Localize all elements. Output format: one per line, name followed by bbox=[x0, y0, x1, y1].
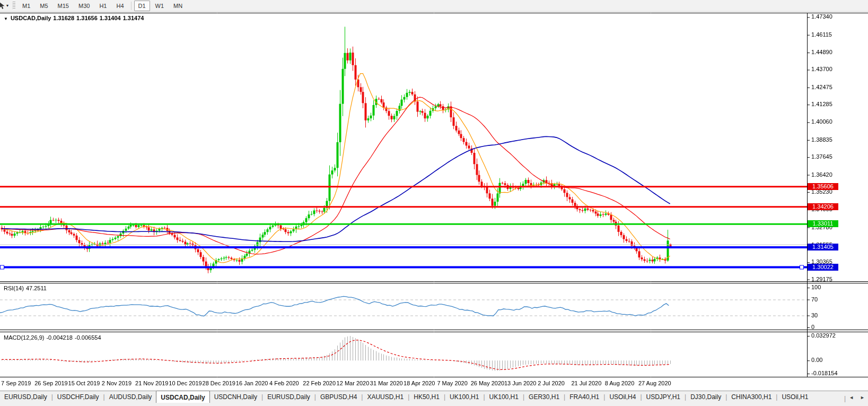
rsi-indicator-label: RSI(14)47.2511 bbox=[4, 285, 49, 291]
price-level-label: 1.34206 bbox=[808, 203, 838, 210]
quote-low: 1.31404 bbox=[100, 15, 121, 21]
date-axis-label: 7 May 2020 bbox=[437, 380, 467, 386]
timeframe-button-h4[interactable]: H4 bbox=[112, 1, 128, 11]
cursor-tool-button[interactable]: ▾ bbox=[0, 0, 11, 11]
date-axis-label: 10 Dec 2019 bbox=[169, 380, 201, 386]
date-axis-label: 31 Mar 2020 bbox=[370, 380, 403, 386]
timeframe-button-d1[interactable]: D1 bbox=[134, 1, 150, 11]
chart-tab-usdcnh-daily[interactable]: USDCNH,Daily bbox=[210, 391, 261, 402]
macd-value: -0.004218 bbox=[46, 334, 73, 341]
date-axis-label: 26 Sep 2019 bbox=[34, 380, 67, 386]
price-axis-tick: 1.42475 bbox=[811, 84, 832, 90]
price-axis-tick: 1.29175 bbox=[811, 276, 832, 282]
chart-tab-audusd-daily[interactable]: AUDUSD,Daily bbox=[105, 391, 156, 402]
date-axis-label: 26 May 2020 bbox=[471, 380, 505, 386]
chart-title: ▼USDCAD,Daily1.316281.316561.314041.3147… bbox=[4, 15, 146, 21]
date-axis-label: 16 Jan 2020 bbox=[236, 380, 268, 386]
price-axis-tick: 1.36420 bbox=[811, 171, 832, 178]
quote-high: 1.31656 bbox=[76, 15, 98, 21]
macd-name: MACD(12,26,9) bbox=[4, 334, 44, 341]
macd-indicator-label: MACD(12,26,9)-0.004218-0.006554 bbox=[4, 334, 103, 341]
toolbar-drag-handle[interactable] bbox=[12, 2, 15, 10]
date-axis-label: 12 Mar 2020 bbox=[337, 380, 370, 386]
price-level-label: 1.35606 bbox=[808, 183, 838, 190]
price-level-label: 1.31405 bbox=[808, 244, 838, 250]
chart-canvas[interactable] bbox=[0, 0, 868, 406]
macd-axis-tick: 0.00 bbox=[811, 357, 822, 363]
chart-tab-bar: EURUSD,Daily|USDCHF,Daily|AUDUSD,DailyUS… bbox=[0, 391, 868, 406]
tab-scroll-left-icon[interactable]: ◄ bbox=[846, 394, 857, 401]
rsi-value: 47.2511 bbox=[26, 285, 47, 291]
date-axis-label: 2 Nov 2019 bbox=[102, 380, 131, 386]
tab-scroll-right-icon[interactable]: ► bbox=[857, 394, 868, 401]
chart-tab-ger30-h1[interactable]: GER30,H1 bbox=[524, 391, 564, 402]
timeframe-button-w1[interactable]: W1 bbox=[151, 1, 169, 11]
chart-tab-dj30-daily[interactable]: DJ30,Daily bbox=[686, 391, 725, 402]
date-axis-label: 7 Sep 2019 bbox=[1, 380, 31, 386]
macd-axis-tick: -0.018154 bbox=[811, 370, 838, 376]
date-axis-label: 4 Feb 2020 bbox=[269, 380, 299, 386]
timeframe-button-m15[interactable]: M15 bbox=[54, 1, 73, 11]
chart-tab-fra40-h1[interactable]: FRA40,H1 bbox=[565, 391, 603, 402]
chart-tab-xauusd-h1[interactable]: XAUUSD,H1 bbox=[363, 391, 408, 402]
macd-axis-tick: 0.032972 bbox=[811, 332, 836, 339]
chart-tab-uk100-h1[interactable]: UK100,H1 bbox=[485, 391, 523, 402]
date-axis-label: 18 Apr 2020 bbox=[404, 380, 435, 386]
chart-symbol-label: USDCAD,Daily bbox=[11, 15, 51, 21]
chart-tab-usdchf-daily[interactable]: USDCHF,Daily bbox=[53, 391, 103, 402]
tab-scroll-buttons: |◄► bbox=[844, 391, 868, 404]
chart-tab-gbpusd-h4[interactable]: GBPUSD,H4 bbox=[316, 391, 361, 402]
date-axis-label: 21 Jul 2020 bbox=[571, 380, 601, 386]
price-axis-tick: 1.47340 bbox=[811, 13, 832, 20]
quote-close: 1.31474 bbox=[123, 15, 144, 21]
quote-open: 1.31628 bbox=[53, 15, 74, 21]
timeframe-button-m30[interactable]: M30 bbox=[74, 1, 94, 11]
date-axis-label: 8 Aug 2020 bbox=[605, 380, 635, 386]
timeframe-button-m1[interactable]: M1 bbox=[18, 1, 34, 11]
trading-terminal-window: { "toolbar": { "cursor_tool_caret": "▾",… bbox=[0, 0, 868, 406]
timeframe-button-h1[interactable]: H1 bbox=[95, 1, 111, 11]
rsi-axis-tick: 100 bbox=[811, 284, 821, 290]
chart-tab-uk100-h1[interactable]: UK100,H1 bbox=[445, 391, 483, 402]
cursor-tool-dropdown-icon[interactable]: ▾ bbox=[6, 3, 8, 8]
date-axis-label: 22 Feb 2020 bbox=[303, 380, 336, 386]
chart-tab-usoil-h4[interactable]: USOil,H4 bbox=[605, 391, 640, 402]
chart-tab-usdcad-daily[interactable]: USDCAD,Daily bbox=[156, 391, 209, 403]
rsi-axis-tick: 30 bbox=[811, 312, 818, 318]
chart-tab-usoil-h1[interactable]: USOil,H1 bbox=[777, 391, 812, 402]
price-axis-tick: 1.41285 bbox=[811, 101, 832, 107]
price-level-label: 1.30022 bbox=[808, 264, 838, 271]
price-axis-tick: 1.40060 bbox=[811, 118, 832, 125]
cursor-arrow-icon bbox=[0, 2, 5, 10]
price-axis-tick: 1.37645 bbox=[811, 153, 832, 160]
chart-tab-china300-h1[interactable]: CHINA300,H1 bbox=[727, 391, 776, 402]
date-axis-label: 15 Oct 2019 bbox=[68, 380, 100, 386]
price-axis-tick: 1.46115 bbox=[811, 31, 832, 38]
timeframe-toolbar: ▾ M1M5M15M30H1H4D1W1MN bbox=[0, 0, 868, 12]
date-axis-label: 2 Jul 2020 bbox=[538, 380, 565, 386]
chart-tab-hk50-h1[interactable]: HK50,H1 bbox=[409, 391, 444, 402]
timeframe-button-mn[interactable]: MN bbox=[169, 1, 187, 11]
rsi-axis-tick: 70 bbox=[811, 296, 818, 303]
chart-tab-eurusd-daily[interactable]: EURUSD,Daily bbox=[0, 391, 51, 402]
date-axis-label: 13 Jun 2020 bbox=[504, 380, 537, 386]
macd-signal-value: -0.006554 bbox=[75, 334, 101, 341]
rsi-name: RSI(14) bbox=[4, 285, 24, 291]
chart-tab-eurusd-daily[interactable]: EURUSD,Daily bbox=[263, 391, 314, 402]
date-axis-label: 28 Dec 2019 bbox=[203, 380, 235, 386]
price-axis-tick: 1.44890 bbox=[811, 49, 832, 55]
price-level-label: 1.33011 bbox=[808, 220, 838, 227]
date-axis-label: 27 Aug 2020 bbox=[638, 380, 671, 386]
chart-tab-usdjpy-h1[interactable]: USDJPY,H1 bbox=[642, 391, 685, 402]
timeframe-button-m5[interactable]: M5 bbox=[36, 1, 52, 11]
date-axis-label: 21 Nov 2019 bbox=[135, 380, 168, 386]
toolbar-separator bbox=[131, 2, 131, 10]
price-axis-tick: 1.38835 bbox=[811, 136, 832, 143]
rsi-axis-tick: 0 bbox=[811, 324, 814, 330]
price-axis-tick: 1.43700 bbox=[811, 66, 832, 72]
symbol-dropdown-icon[interactable]: ▼ bbox=[4, 16, 8, 21]
